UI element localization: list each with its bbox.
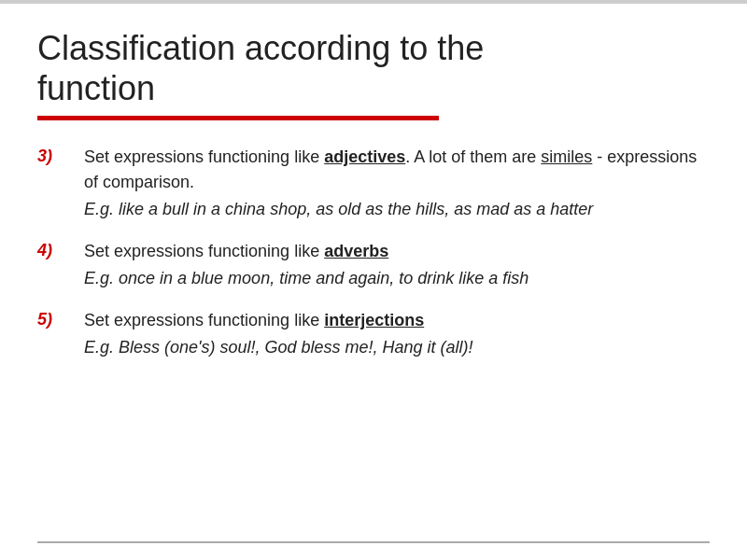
list-item: 3) Set expressions functioning like adje… [37,145,710,222]
item-3-example-prefix: E.g. [84,200,119,218]
top-decorative-bar [0,0,747,4]
item-4-main-text: Set expressions functioning like adverbs [84,239,710,264]
list-item: 4) Set expressions functioning like adve… [37,239,710,291]
item-4-keyword: adverbs [324,242,388,260]
item-3-similes: similes [541,147,592,166]
bottom-decorative-bar [37,541,710,543]
item-content-3: Set expressions functioning like adjecti… [84,145,710,222]
item-3-main-text: Set expressions functioning like adjecti… [84,145,710,195]
slide: Classification according to the function… [0,0,747,560]
item-3-example: E.g. like a bull in a china shop, as old… [84,197,710,222]
title-section: Classification according to the function [37,28,710,137]
item-5-example: E.g. Bless (one's) soul!, God bless me!,… [84,335,710,360]
item-5-text-before: Set expressions functioning like [84,311,324,329]
item-content-5: Set expressions functioning like interje… [84,308,710,360]
item-number-3: 3) [37,145,84,166]
item-5-example-text: Bless (one's) soul!, God bless me!, Hang… [119,338,473,357]
title-line1: Classification according to the [37,29,484,67]
title-line2: function [37,69,155,107]
item-3-keyword: adjectives [324,147,405,166]
item-number-5: 5) [37,308,84,329]
item-5-example-prefix: E.g. [84,338,119,357]
item-5-keyword: interjections [324,311,424,329]
item-3-example-text: like a bull in a china shop, as old as t… [119,200,593,218]
red-accent-bar [37,116,439,120]
item-5-main-text: Set expressions functioning like interje… [84,308,710,333]
item-4-example: E.g. once in a blue moon, time and again… [84,266,710,291]
content-area: 3) Set expressions functioning like adje… [37,145,710,532]
item-content-4: Set expressions functioning like adverbs… [84,239,710,291]
item-4-text-before: Set expressions functioning like [84,242,324,260]
item-3-text-after-keyword: . A lot of them are [405,147,541,166]
list-item: 5) Set expressions functioning like inte… [37,308,710,360]
item-4-example-prefix: E.g. [84,269,119,287]
item-number-4: 4) [37,239,84,260]
slide-title: Classification according to the function [37,28,710,108]
item-4-example-text: once in a blue moon, time and again, to … [119,269,529,287]
item-3-text-before: Set expressions functioning like [84,147,324,166]
